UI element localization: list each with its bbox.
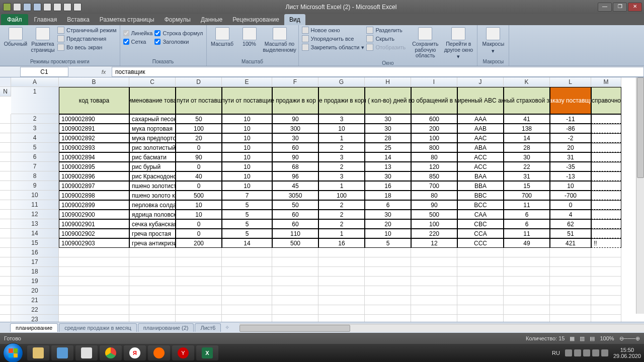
cell[interactable] xyxy=(0,257,11,267)
sheet-tab[interactable]: средние продажи в месяц xyxy=(59,323,137,332)
cell[interactable] xyxy=(550,257,591,267)
cell[interactable] xyxy=(591,277,621,286)
cell[interactable] xyxy=(222,267,272,277)
row-header[interactable]: 6 xyxy=(11,152,59,162)
cell[interactable]: 11 xyxy=(504,229,550,238)
cell[interactable] xyxy=(222,248,272,257)
cell[interactable]: 20 xyxy=(365,219,411,229)
cell[interactable]: сечка кубанская xyxy=(129,219,176,229)
column-header[interactable]: H xyxy=(365,77,411,87)
cell[interactable] xyxy=(59,257,129,267)
cell[interactable] xyxy=(365,315,411,322)
cell[interactable]: 0 xyxy=(176,143,222,152)
clock-time[interactable]: 15:50 xyxy=(613,347,641,353)
cell[interactable]: перловка солдатская xyxy=(129,200,176,210)
taskbar-app[interactable] xyxy=(148,345,170,360)
cell[interactable]: 18 xyxy=(365,191,411,200)
cell[interactable]: мука портовая xyxy=(129,124,176,133)
cell[interactable] xyxy=(365,267,411,277)
cell[interactable] xyxy=(59,277,129,286)
cell[interactable]: 1 xyxy=(318,229,365,238)
cell[interactable]: CCC xyxy=(457,238,504,248)
cell[interactable]: 5 xyxy=(222,210,272,219)
cell[interactable]: CCA xyxy=(457,229,504,238)
cell[interactable]: 30 xyxy=(272,133,318,143)
cell[interactable] xyxy=(0,124,11,133)
cell[interactable] xyxy=(411,277,457,286)
qat-icon[interactable] xyxy=(73,3,82,11)
cell[interactable] xyxy=(129,296,176,305)
cell[interactable]: 2 xyxy=(318,162,365,171)
headings-checkbox[interactable]: Заголовки xyxy=(154,38,203,46)
tab-review[interactable]: Рецензирование xyxy=(227,14,284,25)
cell[interactable] xyxy=(318,248,365,257)
cell[interactable]: 62 xyxy=(550,219,591,229)
tab-view[interactable]: Вид xyxy=(284,14,305,25)
custom-views-button[interactable]: Представления xyxy=(57,35,117,43)
column-header[interactable]: A xyxy=(11,77,59,87)
cell[interactable] xyxy=(0,305,11,315)
cell[interactable]: CBC xyxy=(457,219,504,229)
cell[interactable]: -86 xyxy=(550,124,591,133)
row-header[interactable]: 11 xyxy=(11,200,59,210)
cell[interactable] xyxy=(0,143,11,152)
ruler-checkbox[interactable]: Линейка xyxy=(123,29,153,37)
cell[interactable]: греча антикризисная xyxy=(129,238,176,248)
cell[interactable]: BAA xyxy=(457,171,504,181)
cell[interactable] xyxy=(222,277,272,286)
cell[interactable] xyxy=(457,257,504,267)
taskbar-app[interactable] xyxy=(27,345,49,360)
cell[interactable]: 50 xyxy=(176,114,222,124)
row-header[interactable]: 17 xyxy=(11,257,59,267)
pagebreak-view-button[interactable]: Страничный режим xyxy=(57,26,117,34)
cell[interactable]: 5 xyxy=(222,200,272,210)
cell[interactable] xyxy=(550,267,591,277)
column-header[interactable]: M xyxy=(591,77,621,87)
cell[interactable]: 1009002894 xyxy=(59,152,129,162)
cell[interactable]: 100 xyxy=(176,124,222,133)
cell[interactable] xyxy=(591,210,621,219)
new-window-button[interactable]: Новое окно xyxy=(302,26,365,34)
cell[interactable]: -35 xyxy=(550,162,591,171)
cell[interactable]: 800 xyxy=(411,143,457,152)
cell[interactable]: 30 xyxy=(365,210,411,219)
column-header[interactable]: J xyxy=(457,77,504,87)
minimize-button[interactable]: — xyxy=(598,3,612,12)
cell[interactable]: 96 xyxy=(272,171,318,181)
cell[interactable] xyxy=(411,267,457,277)
cell[interactable] xyxy=(591,181,621,191)
cell[interactable] xyxy=(0,191,11,200)
cell[interactable] xyxy=(176,277,222,286)
row-header[interactable]: 4 xyxy=(11,133,59,143)
cell[interactable]: 60 xyxy=(272,143,318,152)
cell[interactable] xyxy=(504,315,550,322)
sheet-tab[interactable]: Лист6 xyxy=(195,323,221,332)
cell[interactable] xyxy=(411,305,457,315)
cell[interactable]: -13 xyxy=(550,171,591,181)
column-header[interactable]: K xyxy=(504,77,550,87)
zoom-out-button[interactable]: ⊖───⊕ xyxy=(619,335,640,342)
cell[interactable] xyxy=(550,286,591,296)
cell[interactable] xyxy=(591,315,621,322)
cell[interactable]: 10 xyxy=(550,181,591,191)
cell[interactable] xyxy=(411,248,457,257)
cell[interactable] xyxy=(0,296,11,305)
cell[interactable]: пшено золотистое xyxy=(129,181,176,191)
cell[interactable]: 1009002895 xyxy=(59,162,129,171)
cell[interactable]: 30 xyxy=(504,152,550,162)
cell[interactable]: 220 xyxy=(411,229,457,238)
cell[interactable]: 6 xyxy=(504,210,550,219)
column-header[interactable]: L xyxy=(550,77,591,87)
cell[interactable]: 50 xyxy=(272,200,318,210)
column-header[interactable]: F xyxy=(272,77,318,87)
cell[interactable]: 20 xyxy=(550,143,591,152)
cell[interactable]: 2 xyxy=(318,219,365,229)
cell[interactable]: 100 xyxy=(411,133,457,143)
zoom-button[interactable]: Масштаб xyxy=(210,26,235,47)
cell[interactable] xyxy=(176,315,222,322)
cell[interactable]: 30 xyxy=(365,171,411,181)
cell[interactable]: 10 xyxy=(318,124,365,133)
tab-file[interactable]: Файл xyxy=(1,14,28,25)
cell[interactable]: 1009002903 xyxy=(59,238,129,248)
cell[interactable] xyxy=(591,171,621,181)
